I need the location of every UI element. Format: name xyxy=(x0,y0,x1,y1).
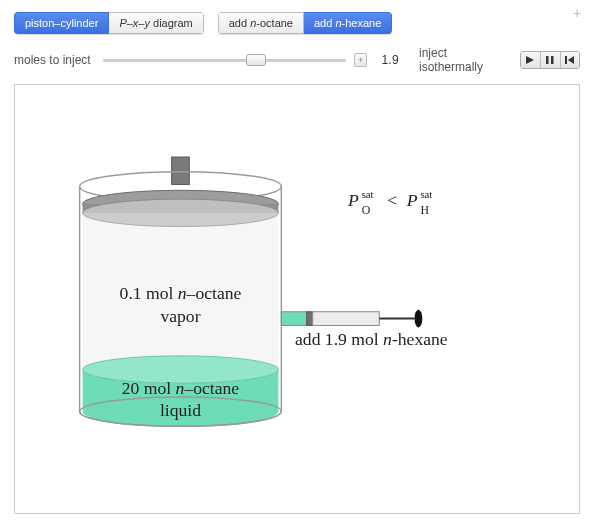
syringe-barrel xyxy=(313,312,380,326)
piston-cylinder-diagram: P sat O < P sat H 0.1 mol n–octane vapor… xyxy=(15,85,579,513)
syringe-plunger-head xyxy=(307,312,313,326)
vapor-line1-post: –octane xyxy=(186,283,242,303)
vapor-line2: vapor xyxy=(160,306,200,326)
svg-text:sat: sat xyxy=(420,188,432,200)
syringe xyxy=(281,310,422,328)
svg-text:20 mol n–octane: 20 mol n–octane xyxy=(122,378,240,398)
add-hexane-btn[interactable]: add n-hexane xyxy=(304,12,392,34)
vapor-line1-it: n xyxy=(178,283,187,303)
animation-controls xyxy=(520,51,580,69)
liquid-line1-it: n xyxy=(176,378,185,398)
moles-slider[interactable] xyxy=(103,51,346,69)
liquid-line1-post: –octane xyxy=(183,378,239,398)
vapor-line1-pre: 0.1 mol xyxy=(120,283,178,303)
pxy-label: P–x–y xyxy=(119,17,150,29)
liquid-line1-pre: 20 mol xyxy=(122,378,176,398)
play-icon[interactable] xyxy=(521,52,540,68)
reset-icon[interactable] xyxy=(560,52,579,68)
svg-rect-1 xyxy=(546,56,549,64)
svg-text:P: P xyxy=(347,190,359,210)
add-toggle-group: add n-octane add n-hexane xyxy=(218,12,393,34)
expand-icon[interactable]: + xyxy=(570,6,584,20)
slider-step-btn[interactable]: + xyxy=(354,53,368,67)
svg-rect-2 xyxy=(551,56,554,64)
svg-marker-4 xyxy=(568,56,574,64)
moles-value: 1.9 xyxy=(375,53,405,67)
syringe-post: -hexane xyxy=(392,329,448,349)
saturation-pressure-relation: P sat O < P sat H xyxy=(347,188,432,217)
slider-thumb[interactable] xyxy=(246,54,266,66)
svg-text:<: < xyxy=(387,190,397,210)
toolbar: piston–cylinder P–x–y diagram add n-octa… xyxy=(8,8,586,44)
piston-rod xyxy=(172,157,190,184)
svg-text:P: P xyxy=(406,190,418,210)
syringe-handle xyxy=(415,310,423,328)
slider-row: moles to inject + 1.9 inject isothermall… xyxy=(8,44,586,80)
svg-text:H: H xyxy=(420,204,429,217)
svg-rect-3 xyxy=(565,56,567,64)
pause-icon[interactable] xyxy=(540,52,559,68)
moles-slider-label: moles to inject xyxy=(14,53,91,67)
slider-track-line xyxy=(103,59,346,62)
syringe-liquid xyxy=(281,312,306,326)
add-octane-btn[interactable]: add n-octane xyxy=(218,12,304,34)
liquid-line2: liquid xyxy=(160,400,201,420)
svg-text:0.1 mol n–octane: 0.1 mol n–octane xyxy=(120,283,242,303)
syringe-it: n xyxy=(383,329,392,349)
svg-text:sat: sat xyxy=(362,188,374,200)
piston-cylinder-btn[interactable]: piston–cylinder xyxy=(14,12,109,34)
syringe-pre: add 1.9 mol xyxy=(295,329,383,349)
svg-text:O: O xyxy=(362,204,371,217)
inject-label: inject isothermally xyxy=(419,46,512,74)
diagram-canvas: P sat O < P sat H 0.1 mol n–octane vapor… xyxy=(14,84,580,514)
pxy-diagram-btn[interactable]: P–x–y diagram xyxy=(109,12,203,34)
view-toggle-group: piston–cylinder P–x–y diagram xyxy=(14,12,204,34)
syringe-label: add 1.9 mol n-hexane xyxy=(295,329,448,349)
svg-marker-0 xyxy=(526,56,534,64)
